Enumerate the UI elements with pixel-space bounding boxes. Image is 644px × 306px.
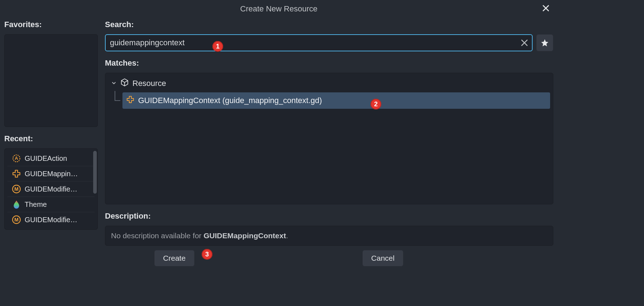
create-button[interactable]: Create (154, 250, 195, 266)
description-panel: No description available for GUIDEMappin… (105, 226, 553, 246)
annotation-badge-3: 3 (202, 249, 212, 260)
recent-item-guideaction[interactable]: A GUIDEAction (7, 151, 95, 166)
theme-drop-icon (12, 200, 21, 209)
svg-text:M: M (14, 217, 19, 223)
recent-panel: A GUIDEAction GUIDEMappin… M GUIDEModifi… (4, 148, 98, 230)
clear-search-icon[interactable] (520, 38, 529, 47)
dpad-icon (126, 95, 135, 106)
tree-branch-line (108, 92, 122, 109)
action-gear-icon: A (12, 154, 21, 163)
favorites-panel (4, 34, 98, 127)
close-icon[interactable] (540, 3, 551, 14)
recent-item-label: GUIDEAction (25, 154, 67, 163)
search-label: Search: (105, 18, 553, 29)
svg-text:A: A (15, 155, 18, 161)
search-input[interactable] (105, 34, 533, 51)
recent-item-guidemapping[interactable]: GUIDEMappin… (7, 166, 95, 182)
recent-item-guidemodifier2[interactable]: M GUIDEModifie… (7, 212, 95, 227)
favorites-label: Favorites: (4, 18, 98, 29)
scrollbar-thumb[interactable] (93, 151, 97, 194)
recent-item-theme[interactable]: Theme (7, 197, 95, 212)
matches-panel: Resource GUIDEMappingContext (guide_mapp… (105, 73, 553, 204)
description-class: GUIDEMappingContext (203, 231, 286, 240)
annotation-badge-1: 1 (212, 41, 223, 52)
circle-m-icon: M (12, 215, 21, 224)
recent-item-guidemodifier1[interactable]: M GUIDEModifie… (7, 182, 95, 197)
matches-label: Matches: (105, 56, 553, 68)
resource-box-icon (120, 78, 129, 89)
chevron-down-icon (111, 79, 117, 88)
description-text-prefix: No description available for (111, 231, 203, 240)
recent-item-label: GUIDEModifie… (25, 185, 77, 193)
dialog-titlebar: Create New Resource (0, 0, 558, 18)
circle-m-icon: M (12, 184, 21, 194)
recent-item-label: GUIDEModifie… (25, 216, 77, 224)
recent-label: Recent: (4, 132, 98, 143)
tree-item-resource[interactable]: Resource (108, 76, 550, 91)
svg-text:M: M (14, 186, 19, 192)
description-text-suffix: . (286, 231, 288, 240)
cancel-button[interactable]: Cancel (362, 250, 403, 266)
recent-item-label: Theme (25, 200, 47, 209)
description-label: Description: (105, 209, 553, 221)
tree-item-label: Resource (132, 79, 166, 88)
tree-item-label: GUIDEMappingContext (guide_mapping_conte… (138, 96, 322, 105)
recent-item-label: GUIDEMappin… (25, 170, 78, 178)
tree-item-guidemappingcontext[interactable]: GUIDEMappingContext (guide_mapping_conte… (122, 92, 550, 109)
dpad-icon (12, 169, 21, 178)
annotation-badge-2: 2 (371, 99, 381, 109)
favorite-button[interactable] (536, 34, 553, 51)
dialog-title: Create New Resource (240, 4, 317, 14)
